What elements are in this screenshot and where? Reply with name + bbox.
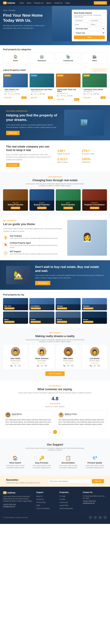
footer-contact-title: Contact Us [83, 491, 107, 494]
nav-contact[interactable]: Contact Us [54, 2, 62, 4]
footer-link-land[interactable]: Land & Plots [60, 504, 68, 506]
hero-agent-select[interactable]: Real Estate Agent [74, 27, 105, 30]
footer-link-about[interactable]: About Us [36, 496, 43, 497]
see-all-properties-button[interactable]: See All Properties [92, 68, 107, 72]
agent-phone-tag-4[interactable]: 📞 [89, 364, 93, 367]
category-home[interactable]: 🏠 Home [3, 52, 28, 64]
city-card-2[interactable]: Los Angeles See Properties [29, 298, 54, 310]
service-button-2[interactable]: Learn More [37, 207, 47, 209]
hero-form-card: Real Estate Inquiry Lorem ipsum dolor si… [72, 10, 107, 41]
service-card-buying[interactable]: BUYING Buying Properties Learn More [29, 189, 54, 211]
city-btn-1[interactable]: See Properties [4, 308, 14, 310]
property-card-1: For Sale Jalan Garden City 456 Elm Stree… [3, 74, 28, 102]
agent-chat-tag-4[interactable]: 💬 [97, 364, 100, 367]
service-card-rent[interactable]: RENT Rent Properties Learn More [56, 189, 81, 211]
category-apartment[interactable]: 🏢 Apartment [29, 52, 54, 64]
city-card-5[interactable]: Miami See Properties [3, 312, 28, 324]
service-card-selling[interactable]: SELLING Selling Properties Learn More [3, 189, 28, 211]
city-card-3[interactable]: Chicago See Properties [56, 298, 81, 310]
property-detail-button-3[interactable]: View [74, 98, 79, 101]
city-card-1[interactable]: New York See Properties [3, 298, 28, 310]
agent-chat-tag-1[interactable]: 💬 [17, 364, 21, 367]
service-button-1[interactable]: Learn More [11, 207, 20, 209]
footer-link-for-rent[interactable]: For Rent [60, 498, 66, 500]
support-icon-3: 📋 [58, 456, 78, 460]
agent-email-tag-3[interactable]: ✉ [67, 364, 70, 367]
nav-cta-button[interactable]: List Property [94, 1, 107, 4]
category-office[interactable]: 🏬 Office [82, 52, 107, 64]
footer-link-contact[interactable]: Contact Us [36, 498, 44, 500]
service-card-consultations[interactable]: PROPERTY Property Consultations Learn Mo… [82, 189, 107, 211]
footer-support-title: Support [36, 491, 57, 494]
city-card-6[interactable]: Seattle See Properties [29, 312, 54, 324]
property-detail-button-4[interactable]: View [101, 96, 106, 99]
nav-agents[interactable]: Agents [46, 2, 51, 4]
property-detail-button-2[interactable]: View [48, 96, 53, 99]
city-btn-4[interactable]: See Properties [83, 308, 93, 310]
newsletter-signup-button[interactable]: Sign Up [92, 479, 104, 483]
testimonial-prev-button[interactable]: ‹ [48, 430, 52, 434]
cta-find-button[interactable]: Find Homes [35, 281, 50, 285]
banner-cta-button[interactable]: Follow Us [6, 131, 19, 135]
social-instagram-button[interactable]: in [98, 516, 102, 519]
hero-phone-input[interactable] [90, 23, 105, 26]
agent-phone-tag-1[interactable]: 📞 [10, 364, 13, 367]
agent-email-tag-2[interactable]: ✉ [40, 364, 43, 367]
stats-learn-button[interactable]: Learn More [6, 163, 19, 167]
nav-home[interactable]: Home [19, 2, 24, 4]
footer-link-for-sale[interactable]: For Sale [60, 496, 65, 497]
footer-link-terms[interactable]: Terms & Conditions [36, 508, 50, 509]
city-card-8[interactable]: Denver See Properties [82, 312, 107, 324]
agent-chat-tag-2[interactable]: 💬 [44, 364, 47, 367]
footer-link-privacy[interactable]: Privacy Policy [36, 502, 46, 503]
guide-feature-title-2: Certified Property Agent [10, 242, 63, 244]
city-btn-8[interactable]: See Properties [83, 321, 93, 323]
social-linkedin-button[interactable]: li [103, 516, 107, 519]
hero-title: Find Your New Home Today With Us. [3, 13, 49, 23]
city-name-7: Boston [57, 319, 79, 320]
view-all-agents-button[interactable]: View All Agents [45, 371, 65, 376]
category-office-label: Office [92, 60, 97, 62]
agent-role-2: Senior Agent [32, 360, 52, 362]
city-btn-2[interactable]: See Properties [31, 308, 41, 310]
hero-form-title: Real Estate Inquiry [74, 12, 105, 14]
property-beds-1: 🛏 3 [4, 93, 7, 95]
city-card-4[interactable]: Houston See Properties [82, 298, 107, 310]
footer-link-faqs[interactable]: FAQs [36, 504, 40, 506]
service-button-3[interactable]: Learn More [63, 207, 73, 209]
agent-phone-tag-3[interactable]: 📞 [63, 364, 66, 367]
hero-last-name-input[interactable] [90, 19, 105, 22]
testimonial-avatar-2: 👨 [58, 412, 64, 418]
testimonial-next-button[interactable]: › [58, 430, 62, 434]
hero-email-input[interactable] [74, 23, 89, 26]
agent-email-tag-4[interactable]: ✉ [93, 364, 96, 367]
city-btn-6[interactable]: See Properties [31, 321, 41, 323]
social-twitter-button[interactable]: t [94, 516, 97, 519]
service-button-4[interactable]: Learn More [90, 207, 99, 209]
agent-chat-tag-3[interactable]: 💬 [70, 364, 74, 367]
city-btn-7[interactable]: See Properties [57, 321, 67, 323]
testimonial-active-button[interactable]: 1 [53, 430, 57, 434]
property-detail-button-1[interactable]: View [21, 96, 26, 99]
footer-link-commercial[interactable]: Commercial [60, 502, 68, 503]
nav-pages[interactable]: Pages [65, 2, 70, 4]
city-card-7[interactable]: Boston See Properties [56, 312, 81, 324]
nav-about[interactable]: About [27, 2, 31, 4]
support-section: Our Support Lorem ipsum dolor sit amet c… [0, 438, 110, 476]
city-btn-5[interactable]: See Properties [4, 321, 14, 323]
hero-first-name-input[interactable] [74, 19, 89, 22]
agents-description: Lorem ipsum dolor sit amet consectetur a… [24, 339, 86, 342]
logo-suffix: realesta [7, 2, 15, 4]
hero-property-type-select[interactable]: Property Type [74, 31, 105, 35]
newsletter-email-input[interactable] [48, 479, 91, 483]
nav-property-list[interactable]: Property List [34, 2, 43, 4]
footer-link-new-dev[interactable]: New Developments [60, 508, 73, 509]
social-facebook-button[interactable]: f [89, 516, 92, 519]
agent-email-tag-1[interactable]: ✉ [14, 364, 17, 367]
property-area-4: 📐 1,650 sqft [91, 93, 99, 95]
city-btn-3[interactable]: See Properties [57, 308, 67, 310]
hero-find-button[interactable]: Find [74, 36, 105, 39]
logo[interactable]: 40 realesta [3, 2, 15, 4]
agent-phone-tag-2[interactable]: 📞 [36, 364, 40, 367]
category-commercial[interactable]: 🏪 Commercial [56, 52, 81, 64]
